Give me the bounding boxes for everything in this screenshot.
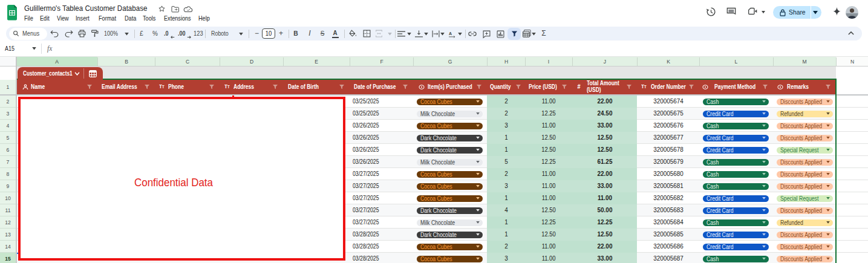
svg-text:A: A bbox=[449, 31, 452, 36]
